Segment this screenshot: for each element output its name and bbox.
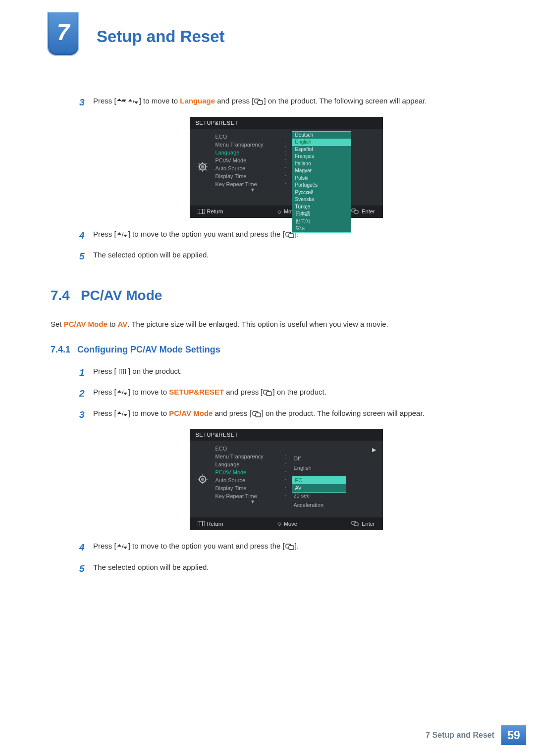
highlight-language: Language [180, 97, 215, 105]
svg-rect-17 [198, 209, 205, 214]
step-a5: 5 The selected option will be applied. [79, 250, 493, 264]
footer-text: 7 Setup and Reset [426, 731, 494, 740]
svg-rect-44 [197, 479, 199, 480]
menu-icon [119, 369, 126, 374]
osd-value-col: Deutsch English Español Français Italian… [290, 129, 383, 205]
enter-icon [285, 543, 294, 550]
enter-icon [351, 208, 359, 214]
step-b4: 4 Press [/] to move to the option you wa… [79, 541, 493, 555]
svg-point-7 [201, 165, 204, 168]
svg-marker-24 [123, 235, 127, 237]
updown-icon: / [117, 389, 128, 396]
menu-icon [198, 209, 205, 214]
step-b1: 1 Press [ ] on the product. [79, 366, 493, 380]
svg-rect-43 [202, 483, 203, 484]
osd-title: SETUP&RESET [190, 117, 383, 129]
step-number: 3 [79, 96, 93, 110]
chapter-badge: 7 [47, 12, 79, 56]
svg-rect-6 [258, 101, 263, 104]
arrow-right-icon: ▶ [372, 447, 376, 453]
chapter-number: 7 [57, 19, 70, 45]
svg-marker-51 [117, 544, 121, 547]
svg-rect-39 [256, 413, 261, 417]
enter-icon [351, 521, 359, 527]
step-a4: 4 Press [/] to move to the option you wa… [79, 229, 493, 243]
svg-point-41 [201, 478, 204, 481]
svg-rect-42 [202, 474, 203, 476]
enter-icon [263, 389, 272, 396]
updown-icon: / [117, 231, 128, 238]
osd-item: PC/AV Mode [215, 157, 285, 163]
osd-menu-list: ECO Menu Transparency: Language: PC/AV M… [215, 129, 290, 205]
step-b3: 3 Press [/] to move to PC/AV Mode and pr… [79, 408, 493, 422]
step-b5: 5 The selected option will be applied. [79, 562, 493, 576]
enter-icon [254, 98, 263, 105]
svg-marker-2 [128, 99, 132, 101]
updown-icon: / [117, 410, 128, 417]
svg-rect-27 [119, 369, 125, 374]
page-header: 7 Setup and Reset [0, 0, 535, 46]
osd-item: Menu Transparency [215, 142, 285, 148]
svg-rect-26 [289, 234, 294, 238]
svg-marker-37 [123, 414, 127, 416]
section-heading: 7.4PC/AV Mode [51, 288, 493, 303]
enter-icon [252, 410, 261, 417]
pcav-dropdown: PC AV [292, 476, 346, 492]
step-a3: 3 Press [/] to move to Language and pres… [79, 96, 493, 110]
content: 3 Press [/] to move to Language and pres… [0, 46, 535, 576]
svg-marker-35 [117, 411, 121, 414]
page-footer: 7 Setup and Reset 59 [426, 725, 526, 745]
updown-icon: / [117, 543, 128, 550]
diamond-icon: ◇ [277, 520, 281, 527]
svg-marker-53 [123, 547, 127, 549]
page-number: 59 [501, 725, 526, 745]
gear-icon [197, 474, 208, 485]
menu-icon [198, 521, 205, 526]
osd-item: Display Time [215, 173, 285, 179]
svg-rect-45 [206, 479, 208, 480]
osd-gear-col [190, 129, 215, 205]
language-dropdown: Deutsch English Español Français Italian… [292, 131, 351, 233]
svg-marker-32 [123, 393, 127, 395]
chevron-down-icon: ▾ [215, 188, 290, 192]
svg-marker-22 [117, 232, 121, 235]
diamond-icon: ◇ [277, 208, 281, 215]
updown-icon: / [128, 98, 139, 105]
svg-marker-4 [134, 101, 138, 104]
step-text: Press [/] to move to Language and press … [93, 96, 427, 110]
osd-item: ECO [215, 134, 290, 140]
gear-icon [197, 161, 208, 172]
svg-rect-21 [354, 210, 358, 213]
updown-icon [117, 99, 127, 104]
osd-footer: Return ◇Move Enter [190, 205, 383, 218]
step-b2: 2 Press [/] to move to SETUP&RESET and p… [79, 387, 493, 401]
body-paragraph: Set PC/AV Mode to AV. The picture size w… [51, 318, 488, 330]
subsection-heading: 7.4.1Configuring PC/AV Mode Settings [51, 345, 493, 355]
chevron-down-icon: ▾ [215, 500, 290, 504]
svg-rect-50 [354, 523, 358, 526]
svg-rect-34 [267, 392, 271, 396]
osd-item: Auto Source [215, 165, 285, 171]
chapter-title: Setup and Reset [97, 15, 535, 46]
osd-pcav: SETUP&RESET ECO Menu Transparency: Langu… [190, 429, 383, 530]
osd-language: SETUP&RESET ECO Menu Transparency: Langu… [190, 117, 383, 218]
osd-item-selected: Language [215, 150, 285, 155]
svg-rect-55 [289, 546, 294, 550]
svg-marker-30 [117, 390, 121, 393]
svg-rect-46 [198, 521, 205, 526]
osd-item: Key Repeat Time [215, 181, 285, 187]
